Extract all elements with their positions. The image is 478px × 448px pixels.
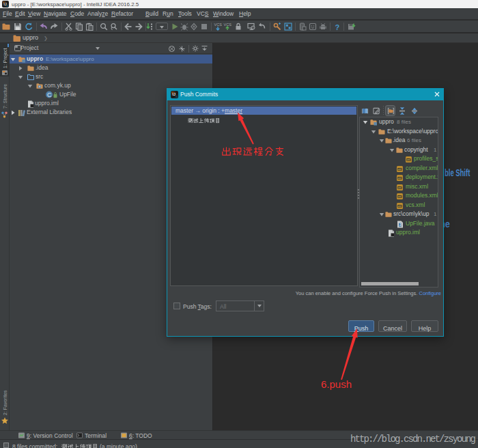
svg-text:J: J <box>399 223 402 227</box>
svg-text:xml: xml <box>397 205 402 208</box>
svg-text:VCS: VCS <box>224 23 232 27</box>
svg-text:C: C <box>47 92 52 98</box>
svg-text:VCS: VCS <box>214 23 223 27</box>
svg-text:xml: xml <box>397 168 402 171</box>
svg-text:xml: xml <box>406 158 410 161</box>
svg-text:?: ? <box>335 23 340 31</box>
svg-text:xml: xml <box>397 186 402 189</box>
svg-text:xml: xml <box>397 177 402 180</box>
svg-text:xml: xml <box>397 195 402 198</box>
